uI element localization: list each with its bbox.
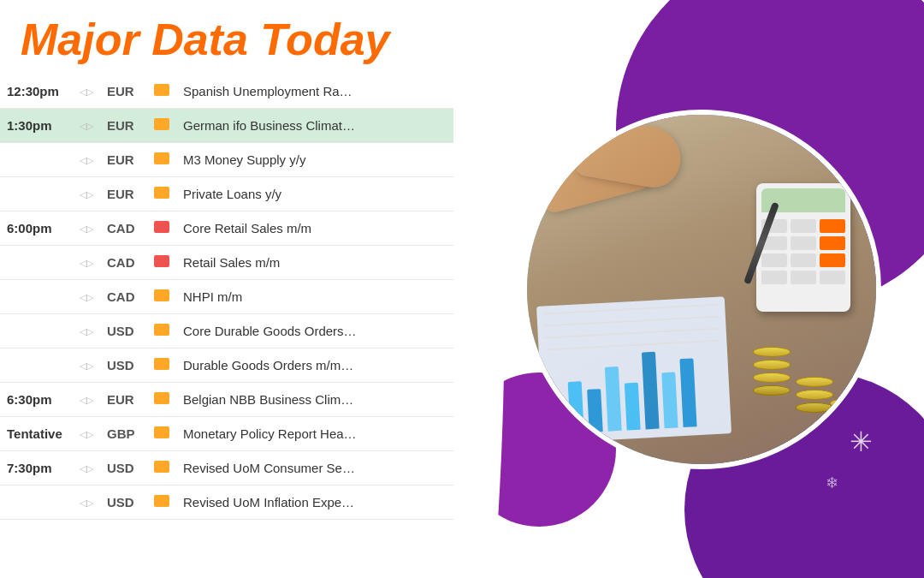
- event-time: 12:30pm: [0, 74, 73, 109]
- event-time: Tentative: [0, 417, 73, 451]
- arrow-icon: ◁▷: [73, 109, 100, 143]
- photo-inner: [527, 115, 876, 464]
- table-row[interactable]: ◁▷ USD Core Durable Goods Orders…: [0, 314, 479, 349]
- flag-icon: [154, 358, 169, 370]
- event-name: Revised UoM Inflation Expe…: [176, 486, 449, 520]
- event-time: 6:30pm: [0, 383, 73, 417]
- arrow-icon: ◁▷: [73, 314, 100, 349]
- table-row[interactable]: ◁▷ CAD Retail Sales m/m: [0, 246, 479, 280]
- table-row[interactable]: 1:30pm ◁▷ EUR German ifo Business Climat…: [0, 109, 479, 143]
- event-time: [0, 246, 73, 280]
- flag-icon: [154, 324, 169, 336]
- table-row[interactable]: ◁▷ CAD NHPI m/m: [0, 280, 479, 314]
- flag-icon: [154, 221, 169, 233]
- importance-flag: [147, 314, 176, 349]
- table-row[interactable]: 7:30pm ◁▷ USD Revised UoM Consumer Se…: [0, 451, 479, 486]
- flag-icon: [154, 495, 169, 507]
- currency-code: USD: [100, 314, 147, 349]
- flag-icon: [154, 392, 169, 404]
- currency-code: EUR: [100, 143, 147, 177]
- event-time: [0, 349, 73, 383]
- arrow-icon: ◁▷: [73, 451, 100, 486]
- arrow-icon: ◁▷: [73, 349, 100, 383]
- flag-icon: [154, 118, 169, 130]
- photo-circle: [522, 110, 881, 469]
- event-name: Retail Sales m/m: [176, 246, 449, 280]
- event-name: M3 Money Supply y/y: [176, 143, 449, 177]
- event-time: [0, 280, 73, 314]
- flag-icon: [154, 289, 169, 301]
- currency-code: EUR: [100, 177, 147, 212]
- left-panel: Major Data Today 12:30pm ◁▷ EUR Spanish …: [0, 0, 479, 578]
- event-name: Durable Goods Orders m/m…: [176, 349, 449, 383]
- currency-code: CAD: [100, 246, 147, 280]
- arrow-icon: ◁▷: [73, 486, 100, 520]
- currency-code: CAD: [100, 280, 147, 314]
- arrow-icon: ◁▷: [73, 212, 100, 246]
- flag-icon: [154, 187, 169, 199]
- arrow-icon: ◁▷: [73, 417, 100, 451]
- importance-flag: [147, 417, 176, 451]
- table-row[interactable]: 6:00pm ◁▷ CAD Core Retail Sales m/m: [0, 212, 479, 246]
- currency-code: EUR: [100, 109, 147, 143]
- star-icon-1: ✳: [850, 426, 873, 458]
- importance-flag: [147, 451, 176, 486]
- page-title: Major Data Today: [21, 15, 459, 64]
- right-panel: ✳ ❄: [479, 0, 924, 578]
- arrow-icon: ◁▷: [73, 383, 100, 417]
- currency-code: USD: [100, 451, 147, 486]
- flag-icon: [154, 426, 169, 438]
- event-name: Belgian NBB Business Clim…: [176, 383, 449, 417]
- event-name: Spanish Unemployment Ra…: [176, 74, 449, 109]
- table-row[interactable]: ◁▷ EUR M3 Money Supply y/y: [0, 143, 479, 177]
- table-row[interactable]: ◁▷ EUR Private Loans y/y: [0, 177, 479, 212]
- table-row[interactable]: 12:30pm ◁▷ EUR Spanish Unemployment Ra… …: [0, 74, 479, 109]
- importance-flag: [147, 109, 176, 143]
- arrow-icon: ◁▷: [73, 177, 100, 212]
- importance-flag: [147, 143, 176, 177]
- importance-flag: [147, 74, 176, 109]
- currency-code: USD: [100, 486, 147, 520]
- importance-flag: [147, 246, 176, 280]
- event-time: [0, 486, 73, 520]
- event-name: Private Loans y/y: [176, 177, 449, 212]
- event-name: NHPI m/m: [176, 280, 449, 314]
- importance-flag: [147, 177, 176, 212]
- table-row[interactable]: ◁▷ USD Revised UoM Inflation Expe…: [0, 486, 479, 520]
- flag-icon: [154, 84, 169, 96]
- event-name: Monetary Policy Report Hea…: [176, 417, 449, 451]
- table-row[interactable]: Tentative ◁▷ GBP Monetary Policy Report …: [0, 417, 479, 451]
- main-container: Major Data Today 12:30pm ◁▷ EUR Spanish …: [0, 0, 924, 578]
- table-container: 12:30pm ◁▷ EUR Spanish Unemployment Ra… …: [0, 74, 479, 578]
- title-area: Major Data Today: [0, 0, 479, 74]
- event-time: [0, 143, 73, 177]
- flag-icon: [154, 255, 169, 267]
- currency-code: CAD: [100, 212, 147, 246]
- panel-divider: [453, 0, 505, 578]
- currency-code: GBP: [100, 417, 147, 451]
- event-name: German ifo Business Climat…: [176, 109, 449, 143]
- importance-flag: [147, 280, 176, 314]
- importance-flag: [147, 486, 176, 520]
- data-table: 12:30pm ◁▷ EUR Spanish Unemployment Ra… …: [0, 74, 479, 520]
- table-row[interactable]: 6:30pm ◁▷ EUR Belgian NBB Business Clim…: [0, 383, 479, 417]
- event-name: Core Retail Sales m/m: [176, 212, 449, 246]
- arrow-icon: ◁▷: [73, 280, 100, 314]
- importance-flag: [147, 349, 176, 383]
- table-row[interactable]: ◁▷ USD Durable Goods Orders m/m…: [0, 349, 479, 383]
- arrow-icon: ◁▷: [73, 74, 100, 109]
- event-name: Core Durable Goods Orders…: [176, 314, 449, 349]
- currency-code: EUR: [100, 383, 147, 417]
- event-time: 7:30pm: [0, 451, 73, 486]
- event-time: [0, 177, 73, 212]
- arrow-icon: ◁▷: [73, 246, 100, 280]
- arrow-icon: ◁▷: [73, 143, 100, 177]
- event-name: Revised UoM Consumer Se…: [176, 451, 449, 486]
- importance-flag: [147, 212, 176, 246]
- flag-icon: [154, 152, 169, 164]
- event-time: 6:00pm: [0, 212, 73, 246]
- importance-flag: [147, 383, 176, 417]
- star-icon-2: ❄: [826, 474, 838, 492]
- event-time: [0, 314, 73, 349]
- flag-icon: [154, 461, 169, 473]
